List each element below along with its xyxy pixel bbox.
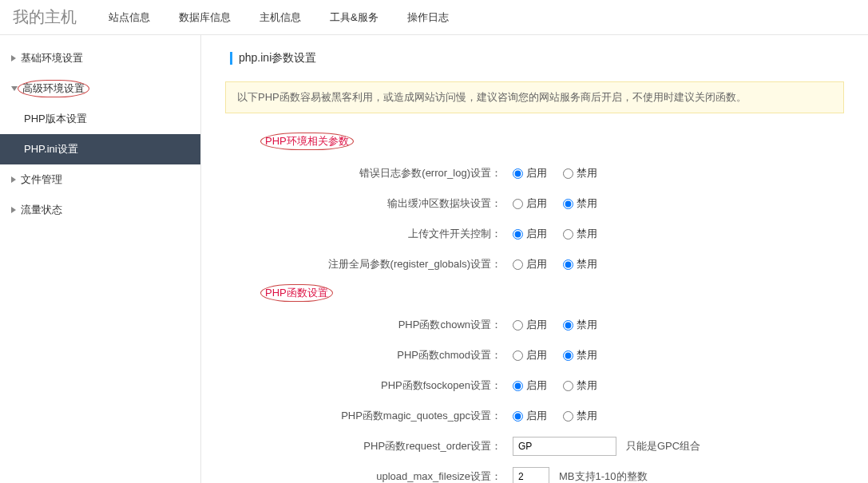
radio-label: 启用 [526,257,547,271]
radio-disable[interactable] [563,199,573,209]
form-row: PHP函数magic_quotes_gpc设置：启用禁用 [225,401,844,431]
topnav-site-info[interactable]: 站点信息 [109,10,150,25]
form-label: PHP函数fsockopen设置： [225,378,513,393]
topbar-title: 我的主机 [13,6,77,28]
topnav-db-info[interactable]: 数据库信息 [179,10,231,25]
caret-right-icon [11,207,16,213]
radio-option-disable[interactable]: 禁用 [563,196,597,211]
radio-disable[interactable] [563,381,573,391]
radio-disable[interactable] [563,259,573,270]
sidebar-item-label: 流量状态 [21,203,62,217]
form-ctrl: 启用禁用 [513,257,608,271]
radio-enable[interactable] [513,320,523,331]
row-upload-max: upload_max_filesize设置： MB支持1-10的整数 [225,461,844,483]
sidebar-item-traffic[interactable]: 流量状态 [0,195,200,225]
caret-right-icon [11,55,16,61]
radio-label: 禁用 [577,409,597,423]
radio-option-enable[interactable]: 启用 [513,196,547,211]
sidebar-item-files[interactable]: 文件管理 [0,164,200,195]
sidebar-item-label: PHP.ini设置 [24,142,78,156]
topnav-host-info[interactable]: 主机信息 [260,10,301,25]
sidebar-item-label: 基础环境设置 [21,51,83,65]
form-label: 上传文件开关控制： [225,227,513,241]
radio-label: 启用 [526,348,547,362]
radio-label: 禁用 [577,318,597,332]
form-ctrl: 启用禁用 [513,348,608,362]
form-label: 错误日志参数(error_log)设置： [225,166,513,180]
notice-banner: 以下PHP函数容易被黑客利用，或造成网站访问慢，建议咨询您的网站服务商后开启，不… [225,81,844,113]
radio-label: 启用 [526,227,547,241]
radio-option-disable[interactable]: 禁用 [563,378,597,393]
radio-disable[interactable] [563,229,573,240]
form-ctrl: 启用禁用 [513,166,608,180]
sidebar-item-basic-env[interactable]: 基础环境设置 [0,43,200,73]
sidebar-item-adv-env[interactable]: 高级环境设置 [0,73,200,104]
fn-rows: PHP函数chown设置：启用禁用PHP函数chmod设置：启用禁用PHP函数f… [225,310,844,431]
form-label: 输出缓冲区数据块设置： [225,196,513,211]
radio-enable[interactable] [513,411,523,422]
form-row: PHP函数chown设置：启用禁用 [225,310,844,340]
radio-option-enable[interactable]: 启用 [513,257,547,271]
page-title-bar-icon [230,52,232,65]
radio-option-enable[interactable]: 启用 [513,227,547,241]
form-row: 上传文件开关控制：启用禁用 [225,219,844,249]
radio-disable[interactable] [563,168,573,179]
radio-enable[interactable] [513,259,523,270]
radio-enable[interactable] [513,381,523,391]
page-title-wrap: php.ini参数设置 [230,51,844,65]
env-rows: 错误日志参数(error_log)设置：启用禁用输出缓冲区数据块设置：启用禁用上… [225,158,844,279]
radio-disable[interactable] [563,350,573,361]
radio-disable[interactable] [563,320,573,331]
radio-option-enable[interactable]: 启用 [513,378,547,393]
radio-enable[interactable] [513,350,523,361]
radio-label: 禁用 [577,196,597,211]
label-request-order: PHP函数request_order设置： [225,439,513,453]
radio-option-disable[interactable]: 禁用 [563,409,597,423]
topnav-logs[interactable]: 操作日志 [407,10,449,25]
layout: 基础环境设置 高级环境设置 PHP版本设置 PHP.ini设置 文件管理 流量状… [0,35,868,483]
radio-label: 启用 [526,196,547,211]
radio-label: 禁用 [577,166,597,180]
form-row: 错误日志参数(error_log)设置：启用禁用 [225,158,844,188]
sidebar: 基础环境设置 高级环境设置 PHP版本设置 PHP.ini设置 文件管理 流量状… [0,35,201,483]
topnav-tools[interactable]: 工具&服务 [330,10,379,25]
form-ctrl: 启用禁用 [513,409,608,423]
sidebar-item-php-version[interactable]: PHP版本设置 [0,104,200,134]
radio-option-enable[interactable]: 启用 [513,166,547,180]
upload-max-input[interactable] [513,467,549,483]
page-title: php.ini参数设置 [239,51,316,65]
radio-option-enable[interactable]: 启用 [513,318,547,332]
request-order-input[interactable] [513,437,616,456]
sidebar-item-php-ini[interactable]: PHP.ini设置 [0,134,200,164]
radio-enable[interactable] [513,229,523,240]
form-row: 输出缓冲区数据块设置：启用禁用 [225,188,844,219]
radio-option-enable[interactable]: 启用 [513,409,547,423]
radio-label: 禁用 [577,378,597,393]
radio-option-disable[interactable]: 禁用 [563,348,597,362]
form-ctrl: 启用禁用 [513,196,608,211]
radio-option-disable[interactable]: 禁用 [563,257,597,271]
caret-right-icon [11,176,16,183]
radio-option-enable[interactable]: 启用 [513,348,547,362]
radio-enable[interactable] [513,168,523,179]
radio-label: 禁用 [577,257,597,271]
form-row: PHP函数fsockopen设置：启用禁用 [225,370,844,401]
request-order-hint: 只能是GPC组合 [626,439,700,453]
upload-max-hint: MB支持1-10的整数 [559,469,648,483]
main: php.ini参数设置 以下PHP函数容易被黑客利用，或造成网站访问慢，建议咨询… [201,35,868,483]
radio-disable[interactable] [563,411,573,422]
row-request-order: PHP函数request_order设置： 只能是GPC组合 [225,431,844,461]
form-label: PHP函数magic_quotes_gpc设置： [225,409,513,423]
radio-option-disable[interactable]: 禁用 [563,318,597,332]
form-row: PHP函数chmod设置：启用禁用 [225,340,844,370]
sidebar-item-label: PHP版本设置 [24,112,87,126]
radio-enable[interactable] [513,199,523,209]
form-label: 注册全局参数(register_globals)设置： [225,257,513,271]
section-fn-settings: PHP函数设置 [265,286,328,300]
form-row: 注册全局参数(register_globals)设置：启用禁用 [225,249,844,279]
label-upload-max: upload_max_filesize设置： [225,469,513,483]
form-label: PHP函数chmod设置： [225,348,513,362]
section-env-params: PHP环境相关参数 [265,134,349,148]
radio-option-disable[interactable]: 禁用 [563,166,597,180]
radio-option-disable[interactable]: 禁用 [563,227,597,241]
